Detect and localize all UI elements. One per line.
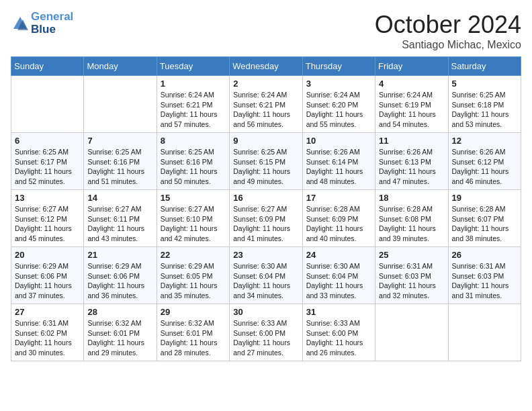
- calendar-cell: 8Sunrise: 6:25 AM Sunset: 6:16 PM Daylig…: [157, 133, 229, 190]
- day-info: Sunrise: 6:30 AM Sunset: 6:04 PM Dayligh…: [306, 261, 371, 301]
- calendar-cell: 5Sunrise: 6:25 AM Sunset: 6:18 PM Daylig…: [448, 76, 521, 133]
- calendar-table: SundayMondayTuesdayWednesdayThursdayFrid…: [11, 56, 521, 361]
- day-number: 12: [452, 136, 517, 146]
- calendar-cell: 24Sunrise: 6:30 AM Sunset: 6:04 PM Dayli…: [302, 247, 375, 304]
- logo: General Blue: [11, 11, 73, 36]
- calendar-cell: 16Sunrise: 6:27 AM Sunset: 6:09 PM Dayli…: [230, 190, 302, 247]
- calendar-cell: 14Sunrise: 6:27 AM Sunset: 6:11 PM Dayli…: [84, 190, 157, 247]
- calendar-cell: 1Sunrise: 6:24 AM Sunset: 6:21 PM Daylig…: [157, 76, 229, 133]
- calendar-cell: 18Sunrise: 6:28 AM Sunset: 6:08 PM Dayli…: [375, 190, 448, 247]
- day-number: 5: [452, 79, 517, 89]
- weekday-monday: Monday: [84, 57, 157, 76]
- day-info: Sunrise: 6:31 AM Sunset: 6:03 PM Dayligh…: [379, 261, 444, 301]
- day-info: Sunrise: 6:26 AM Sunset: 6:12 PM Dayligh…: [452, 147, 517, 187]
- day-number: 18: [379, 193, 444, 203]
- calendar-cell: 4Sunrise: 6:24 AM Sunset: 6:19 PM Daylig…: [375, 76, 448, 133]
- day-info: Sunrise: 6:25 AM Sunset: 6:16 PM Dayligh…: [87, 147, 152, 187]
- calendar-cell: 6Sunrise: 6:25 AM Sunset: 6:17 PM Daylig…: [11, 133, 84, 190]
- day-info: Sunrise: 6:33 AM Sunset: 6:00 PM Dayligh…: [306, 318, 371, 358]
- calendar-cell: [84, 76, 157, 133]
- day-info: Sunrise: 6:28 AM Sunset: 6:08 PM Dayligh…: [379, 204, 444, 244]
- day-info: Sunrise: 6:27 AM Sunset: 6:09 PM Dayligh…: [233, 204, 298, 244]
- day-number: 6: [15, 136, 80, 146]
- day-number: 17: [306, 193, 371, 203]
- day-info: Sunrise: 6:27 AM Sunset: 6:10 PM Dayligh…: [161, 204, 226, 244]
- weekday-sunday: Sunday: [11, 57, 84, 76]
- day-number: 25: [379, 250, 444, 260]
- day-number: 21: [87, 250, 152, 260]
- day-info: Sunrise: 6:24 AM Sunset: 6:19 PM Dayligh…: [379, 90, 444, 130]
- page-header: General Blue October 2024 Santiago Micha…: [11, 11, 521, 51]
- day-info: Sunrise: 6:29 AM Sunset: 6:06 PM Dayligh…: [87, 261, 152, 301]
- weekday-friday: Friday: [375, 57, 448, 76]
- calendar-cell: 9Sunrise: 6:25 AM Sunset: 6:15 PM Daylig…: [230, 133, 302, 190]
- day-number: 7: [87, 136, 152, 146]
- day-info: Sunrise: 6:29 AM Sunset: 6:05 PM Dayligh…: [161, 261, 226, 301]
- calendar-cell: 27Sunrise: 6:31 AM Sunset: 6:02 PM Dayli…: [11, 304, 84, 361]
- day-number: 30: [233, 307, 298, 317]
- calendar-cell: [448, 304, 521, 361]
- logo-general: General: [31, 10, 73, 23]
- day-info: Sunrise: 6:29 AM Sunset: 6:06 PM Dayligh…: [15, 261, 80, 301]
- day-number: 11: [379, 136, 444, 146]
- day-number: 24: [306, 250, 371, 260]
- day-number: 31: [306, 307, 371, 317]
- day-number: 16: [233, 193, 298, 203]
- calendar-cell: 2Sunrise: 6:24 AM Sunset: 6:21 PM Daylig…: [230, 76, 302, 133]
- calendar-cell: 10Sunrise: 6:26 AM Sunset: 6:14 PM Dayli…: [302, 133, 375, 190]
- title-block: October 2024 Santiago Michac, Mexico: [375, 11, 521, 51]
- calendar-cell: 3Sunrise: 6:24 AM Sunset: 6:20 PM Daylig…: [302, 76, 375, 133]
- day-number: 3: [306, 79, 371, 89]
- day-number: 27: [15, 307, 80, 317]
- weekday-tuesday: Tuesday: [157, 57, 229, 76]
- week-row-4: 20Sunrise: 6:29 AM Sunset: 6:06 PM Dayli…: [11, 247, 521, 304]
- day-number: 9: [233, 136, 298, 146]
- day-info: Sunrise: 6:28 AM Sunset: 6:09 PM Dayligh…: [306, 204, 371, 244]
- day-info: Sunrise: 6:25 AM Sunset: 6:17 PM Dayligh…: [15, 147, 80, 187]
- weekday-thursday: Thursday: [302, 57, 375, 76]
- calendar-cell: 20Sunrise: 6:29 AM Sunset: 6:06 PM Dayli…: [11, 247, 84, 304]
- calendar-cell: 29Sunrise: 6:32 AM Sunset: 6:01 PM Dayli…: [157, 304, 229, 361]
- day-number: 29: [161, 307, 226, 317]
- week-row-2: 6Sunrise: 6:25 AM Sunset: 6:17 PM Daylig…: [11, 133, 521, 190]
- calendar-cell: [375, 304, 448, 361]
- day-number: 14: [87, 193, 152, 203]
- week-row-3: 13Sunrise: 6:27 AM Sunset: 6:12 PM Dayli…: [11, 190, 521, 247]
- day-number: 26: [452, 250, 517, 260]
- calendar-cell: 7Sunrise: 6:25 AM Sunset: 6:16 PM Daylig…: [84, 133, 157, 190]
- day-number: 20: [15, 250, 80, 260]
- calendar-cell: 25Sunrise: 6:31 AM Sunset: 6:03 PM Dayli…: [375, 247, 448, 304]
- calendar-cell: [11, 76, 84, 133]
- day-info: Sunrise: 6:30 AM Sunset: 6:04 PM Dayligh…: [233, 261, 298, 301]
- calendar-cell: 26Sunrise: 6:31 AM Sunset: 6:03 PM Dayli…: [448, 247, 521, 304]
- day-info: Sunrise: 6:24 AM Sunset: 6:21 PM Dayligh…: [161, 90, 226, 130]
- day-number: 1: [161, 79, 226, 89]
- calendar-cell: 21Sunrise: 6:29 AM Sunset: 6:06 PM Dayli…: [84, 247, 157, 304]
- logo-icon: [11, 14, 30, 33]
- day-info: Sunrise: 6:27 AM Sunset: 6:12 PM Dayligh…: [15, 204, 80, 244]
- day-number: 2: [233, 79, 298, 89]
- day-info: Sunrise: 6:24 AM Sunset: 6:21 PM Dayligh…: [233, 90, 298, 130]
- calendar-cell: 17Sunrise: 6:28 AM Sunset: 6:09 PM Dayli…: [302, 190, 375, 247]
- day-number: 19: [452, 193, 517, 203]
- day-number: 10: [306, 136, 371, 146]
- weekday-saturday: Saturday: [448, 57, 521, 76]
- day-info: Sunrise: 6:31 AM Sunset: 6:03 PM Dayligh…: [452, 261, 517, 301]
- calendar-cell: 30Sunrise: 6:33 AM Sunset: 6:00 PM Dayli…: [230, 304, 302, 361]
- week-row-1: 1Sunrise: 6:24 AM Sunset: 6:21 PM Daylig…: [11, 76, 521, 133]
- week-row-5: 27Sunrise: 6:31 AM Sunset: 6:02 PM Dayli…: [11, 304, 521, 361]
- day-info: Sunrise: 6:26 AM Sunset: 6:13 PM Dayligh…: [379, 147, 444, 187]
- month-title: October 2024: [375, 11, 521, 39]
- day-number: 28: [87, 307, 152, 317]
- day-info: Sunrise: 6:32 AM Sunset: 6:01 PM Dayligh…: [161, 318, 226, 358]
- calendar-cell: 13Sunrise: 6:27 AM Sunset: 6:12 PM Dayli…: [11, 190, 84, 247]
- day-info: Sunrise: 6:25 AM Sunset: 6:16 PM Dayligh…: [161, 147, 226, 187]
- day-number: 8: [161, 136, 226, 146]
- day-info: Sunrise: 6:32 AM Sunset: 6:01 PM Dayligh…: [87, 318, 152, 358]
- day-number: 13: [15, 193, 80, 203]
- weekday-header-row: SundayMondayTuesdayWednesdayThursdayFrid…: [11, 57, 521, 76]
- day-info: Sunrise: 6:31 AM Sunset: 6:02 PM Dayligh…: [15, 318, 80, 358]
- calendar-cell: 15Sunrise: 6:27 AM Sunset: 6:10 PM Dayli…: [157, 190, 229, 247]
- calendar-cell: 22Sunrise: 6:29 AM Sunset: 6:05 PM Dayli…: [157, 247, 229, 304]
- day-number: 22: [161, 250, 226, 260]
